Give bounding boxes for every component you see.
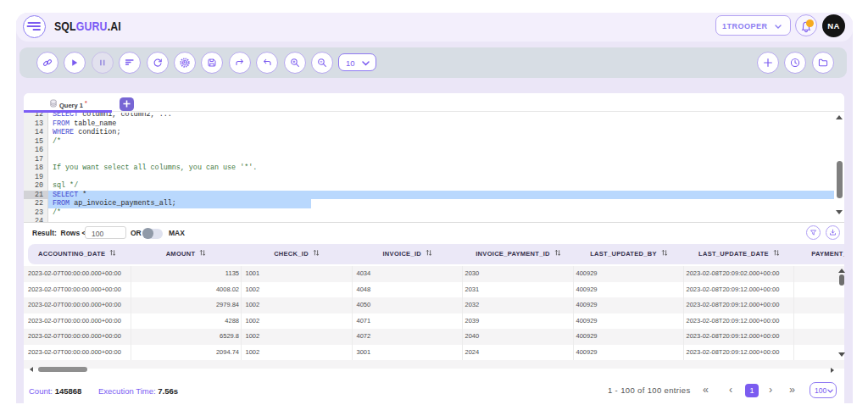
svg-text:AI: AI (183, 61, 186, 64)
